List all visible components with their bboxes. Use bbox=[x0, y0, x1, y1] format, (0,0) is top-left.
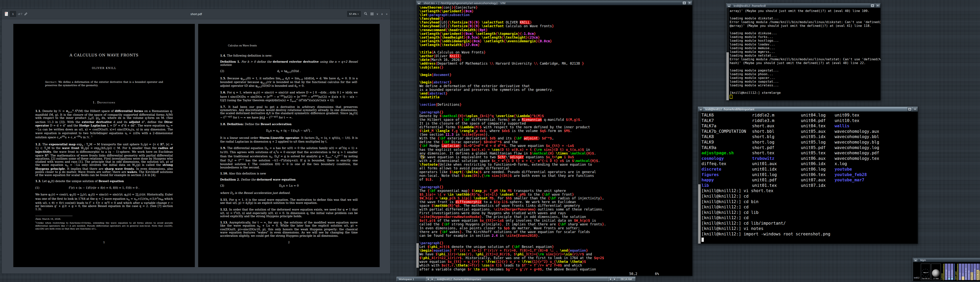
paper-title: A CALCULUS ON WAVE FRONTS bbox=[35, 53, 173, 57]
iconify-button[interactable] bbox=[698, 107, 703, 111]
file-row: TALK6riddle2.munit04.logunit09.tex bbox=[702, 112, 918, 118]
terminal-line: loading module wireless... bbox=[730, 84, 880, 87]
window-minimize-icon[interactable]: ∨ bbox=[377, 13, 378, 16]
vim-line: the wave front is diffeomorphic to a $(q… bbox=[420, 200, 692, 204]
search-icon[interactable] bbox=[364, 12, 367, 16]
window-close-icon[interactable]: × bbox=[386, 13, 388, 16]
disk-bar: / 946.2G bbox=[962, 264, 964, 280]
file-name: unit01.tex bbox=[752, 183, 801, 189]
terminal-important-titlebar[interactable]: knill@knill12: /home/knill/lib/important… bbox=[698, 107, 918, 112]
iconify-button[interactable] bbox=[417, 1, 421, 5]
iconify-button[interactable] bbox=[913, 258, 918, 262]
vim-line: \begin{equation} f''(r) + (n-1) f'(r)/r … bbox=[420, 249, 692, 252]
maximize-button[interactable] bbox=[907, 107, 912, 111]
file-name: TALK9 bbox=[702, 139, 752, 145]
cursor-position: 50,2 bbox=[629, 272, 637, 276]
clock-face-icon bbox=[921, 268, 930, 277]
close-button[interactable]: × bbox=[875, 4, 880, 8]
vim-line bbox=[420, 181, 692, 185]
workspace-button[interactable]: Workspace 1 bbox=[396, 277, 426, 281]
annotate-icon[interactable] bbox=[24, 12, 27, 16]
maximize-button[interactable] bbox=[870, 4, 875, 8]
vim-line: all forms allows to avoid pseudo differe… bbox=[420, 166, 692, 170]
vim-line: \begin{abstract} bbox=[420, 81, 692, 84]
sidebar-thumbnail-icon[interactable] bbox=[5, 12, 8, 16]
scrollbar-thumb[interactable] bbox=[727, 52, 729, 100]
zoom-value: 57.4% bbox=[349, 13, 356, 16]
equation: (2)dt = tφq+2(tD)d . bbox=[220, 70, 358, 73]
vim-line: \paragraph{} bbox=[420, 185, 692, 189]
scroll-percent: 6% bbox=[655, 272, 659, 276]
terminal-important-text[interactable]: TALK6riddle2.munit04.logunit09.texTALK7r… bbox=[702, 112, 918, 244]
file-name: happy bbox=[702, 177, 752, 183]
scrollbar[interactable] bbox=[726, 8, 729, 100]
scrollbar[interactable] bbox=[698, 112, 701, 244]
vim-line: wave equation $u_{tt} = u_{rr} + \frac{1… bbox=[420, 260, 692, 264]
vim-line: after a variable change $r \to mr$ becom… bbox=[420, 268, 692, 271]
terminal-home-text[interactable]: array)' (Maybe you should just omit the … bbox=[730, 9, 880, 100]
maximize-button[interactable] bbox=[682, 1, 687, 5]
vim-line: Denote by $\mathcal{H}=\oplus_{k=1}^q \o… bbox=[420, 114, 692, 118]
mgm-titlebar[interactable]: Mgm × bbox=[913, 258, 980, 262]
taskbar-right-arrow[interactable]: ▶ bbox=[430, 277, 434, 281]
file-name: short.bbl bbox=[752, 129, 801, 134]
pdf-page-2: Calculus on Wave fronts1.4. The followin… bbox=[198, 24, 380, 267]
scrollbar[interactable] bbox=[416, 5, 419, 276]
maximize-icon bbox=[871, 5, 874, 7]
vim-text[interactable]: \newtheorem{conj}{Conjecture}\setlength{… bbox=[420, 6, 692, 271]
disk-bar: /run/lock 5M bbox=[968, 264, 970, 280]
paragraph: 1.4. The following definition is new: bbox=[220, 54, 358, 57]
moon-date-label: 17 Mar bbox=[933, 277, 939, 279]
vim-line: \renewcommand{\headrulewidth}{0pt} bbox=[420, 28, 692, 32]
file-name: unit01.log bbox=[752, 172, 801, 177]
close-button[interactable]: × bbox=[687, 1, 692, 5]
file-row: figuresunit01.logunit06.texyoutube_feb28 bbox=[702, 172, 918, 177]
vim-line: First investigations were done by Huygen… bbox=[420, 211, 692, 215]
file-name: youtube_feb28 bbox=[835, 172, 867, 177]
close-button[interactable]: × bbox=[913, 107, 917, 111]
vim-line: \subjclass{} bbox=[420, 66, 692, 69]
definition: where Dtt is the Bessel acceleration jus… bbox=[220, 191, 358, 195]
menu-icon[interactable] bbox=[371, 13, 374, 15]
file-name: short.aux bbox=[752, 124, 801, 129]
load-bar: Load average bbox=[945, 264, 947, 280]
vim-line: with a 2-dimensional solution space $c_+… bbox=[420, 159, 692, 163]
prompt-line: [knill@knill12:] vi notes bbox=[702, 226, 918, 231]
footnote: 1Unlike when restricting to functions=0-… bbox=[35, 221, 173, 230]
task-button[interactable]: knill@knill12: /home/knill/lib/important bbox=[434, 277, 608, 281]
analog-clock: Tue 09 14 bbox=[921, 264, 931, 280]
vim-line: \address{Department of Mathematics \\ Ha… bbox=[420, 62, 692, 65]
iconify-button[interactable] bbox=[727, 4, 731, 8]
paragraph: 1.5. Because φq+2(0) = 1, it satisfies l… bbox=[220, 77, 358, 88]
file-name: unit07.idx bbox=[801, 183, 835, 189]
taskbar-right-arrow-2[interactable]: ▶ bbox=[612, 277, 617, 281]
terminal-line: [knill@knill12:] xtermlarge bbox=[730, 91, 880, 95]
terminal-home-title: knill@knill12: /home/knill bbox=[732, 4, 767, 8]
prompt-line: [knill@knill12:] cd lib bbox=[702, 210, 918, 215]
disk-bars: /run 6.1G/ 946.2G/dev/shm 30.3G/run/lock… bbox=[959, 264, 980, 280]
vim-line: \end{abstract} bbox=[420, 92, 692, 95]
vim-line: \begin{document} bbox=[420, 73, 692, 77]
file-name: short.blg bbox=[752, 134, 801, 139]
vim-line bbox=[420, 47, 692, 51]
vim-titlebar[interactable]: short.tex + (~/text3/graphgeometry/art-w… bbox=[416, 1, 692, 5]
vim-title: short.tex + (~/text3/graphgeometry/art-w… bbox=[422, 2, 507, 5]
load-bar: Load (15min) bbox=[951, 264, 953, 280]
taskbar-left-arrow-2[interactable]: ◀ bbox=[608, 277, 612, 281]
pdf-header-bar: 1 of 7 short.pdf 57.4% ▾ ∨ ∧ × bbox=[2, 9, 390, 19]
disk-bar: /boot/efi 93.1G bbox=[974, 264, 976, 280]
file-name: unit04.tex bbox=[801, 124, 835, 129]
terminal-home-titlebar[interactable]: knill@knill12: /home/knill × bbox=[726, 3, 880, 8]
paragraph: It is a linear second order Sturm-Liouvi… bbox=[220, 136, 358, 143]
taskbar-left-arrow[interactable]: ◀ bbox=[426, 277, 430, 281]
file-name: unit06.idx bbox=[801, 161, 835, 167]
scrollbar-thumb[interactable] bbox=[417, 243, 419, 268]
pdf-document-area[interactable]: A CALCULUS ON WAVE FRONTSOLIVER KNILLAbs… bbox=[2, 19, 390, 274]
scrollbar-thumb[interactable] bbox=[698, 184, 701, 244]
vim-line: \footnote{Unlike when restricting to fun… bbox=[420, 163, 692, 166]
vim-line: \setlength{\parindent}{0cm} \setlength{\… bbox=[420, 32, 692, 36]
window-maximize-icon[interactable]: ∧ bbox=[381, 13, 383, 16]
page-number-input[interactable]: 1 bbox=[10, 11, 16, 17]
zoom-select[interactable]: 57.4% ▾ bbox=[347, 11, 361, 17]
chevron-down-icon: ▾ bbox=[358, 13, 358, 15]
